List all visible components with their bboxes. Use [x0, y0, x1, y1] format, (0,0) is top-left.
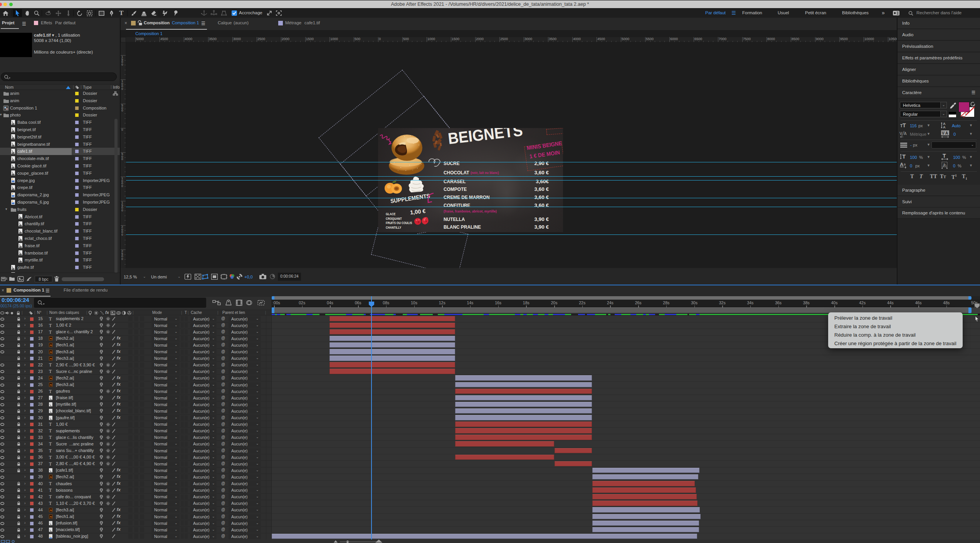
- svg-text:V: V: [942, 131, 945, 135]
- svg-text:A: A: [900, 162, 904, 167]
- svg-text:a: a: [904, 162, 906, 166]
- svg-text:A: A: [945, 131, 948, 135]
- svg-text:A: A: [904, 131, 907, 136]
- svg-text:T: T: [943, 153, 946, 159]
- svg-text:あ: あ: [943, 163, 947, 167]
- svg-text:A: A: [943, 125, 946, 129]
- svg-text:T: T: [902, 153, 906, 160]
